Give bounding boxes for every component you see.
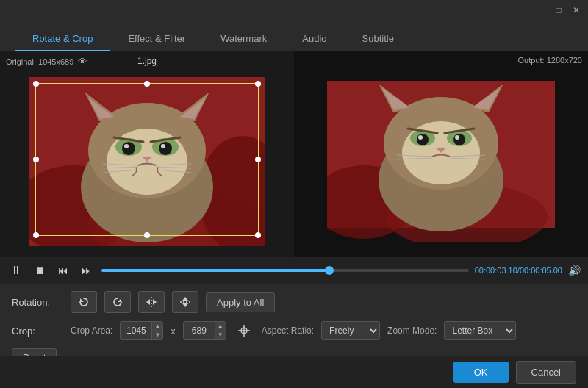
output-image bbox=[327, 66, 555, 242]
stop-button[interactable]: ⏹ bbox=[31, 262, 49, 279]
center-crop-button[interactable] bbox=[234, 320, 254, 341]
aspect-ratio-label: Aspect Ratio: bbox=[262, 326, 314, 336]
flip-vertical-button[interactable] bbox=[172, 291, 198, 313]
svg-point-42 bbox=[455, 135, 459, 140]
svg-marker-57 bbox=[182, 303, 188, 307]
aspect-ratio-select[interactable]: Freely 16:9 4:3 1:1 9:16 bbox=[321, 321, 380, 340]
original-label: Original: 1045x689 bbox=[6, 57, 74, 66]
tab-bar: Rotate & Crop Effect & Filter Watermark … bbox=[0, 21, 588, 51]
tab-subtitle[interactable]: Subtitle bbox=[345, 27, 412, 51]
svg-point-13 bbox=[122, 142, 135, 155]
original-info: Original: 1045x689 👁 bbox=[6, 56, 87, 67]
source-image bbox=[29, 77, 265, 246]
apply-to-all-button[interactable]: Apply to All bbox=[206, 292, 275, 312]
svg-marker-50 bbox=[80, 298, 84, 302]
svg-point-14 bbox=[159, 142, 172, 155]
total-time: 00:00:05.00 bbox=[520, 266, 562, 275]
rotation-label: Rotation: bbox=[12, 297, 63, 308]
dimension-separator: x bbox=[171, 326, 176, 337]
tab-effect-filter[interactable]: Effect & Filter bbox=[110, 27, 203, 51]
preview-left: Original: 1045x689 👁 1.jpg bbox=[0, 51, 294, 257]
crop-width-decrement[interactable]: ▼ bbox=[151, 331, 162, 340]
crop-width-input-group: ▲ ▼ bbox=[120, 321, 163, 340]
play-button[interactable]: ⏸ bbox=[7, 262, 25, 279]
rotate-left-button[interactable] bbox=[71, 291, 97, 313]
crop-container bbox=[29, 77, 265, 246]
flip-horizontal-button[interactable] bbox=[138, 291, 165, 313]
svg-point-39 bbox=[417, 134, 429, 146]
svg-point-16 bbox=[161, 144, 165, 148]
progress-fill bbox=[101, 269, 329, 272]
preview-right: Output: 1280x720 bbox=[294, 51, 588, 257]
svg-point-40 bbox=[453, 134, 465, 146]
crop-height-input-group: ▲ ▼ bbox=[183, 321, 226, 340]
tab-watermark[interactable]: Watermark bbox=[203, 27, 284, 51]
svg-point-15 bbox=[124, 144, 129, 148]
svg-marker-56 bbox=[182, 297, 188, 301]
crop-width-increment[interactable]: ▲ bbox=[151, 322, 162, 331]
output-info: Output: 1280x720 bbox=[518, 56, 582, 65]
crop-label: Crop: bbox=[12, 326, 63, 337]
rotation-row: Rotation: bbox=[12, 291, 576, 313]
crop-area-label: Crop Area: bbox=[71, 326, 112, 336]
tab-rotate-crop[interactable]: Rotate & Crop bbox=[15, 27, 110, 51]
current-time: 00:00:03.10 bbox=[475, 266, 517, 275]
rotate-right-button[interactable] bbox=[104, 291, 131, 313]
crop-height-increment[interactable]: ▲ bbox=[215, 322, 226, 331]
preview-filename: 1.jpg bbox=[137, 56, 157, 66]
progress-track[interactable] bbox=[101, 269, 469, 272]
cancel-button[interactable]: Cancel bbox=[516, 361, 576, 384]
zoom-mode-select[interactable]: Letter Box Pan & Scan Full bbox=[444, 321, 516, 340]
svg-marker-54 bbox=[153, 299, 157, 305]
svg-point-41 bbox=[418, 135, 423, 140]
next-frame-button[interactable]: ⏭ bbox=[78, 262, 96, 279]
zoom-mode-label: Zoom Mode: bbox=[387, 326, 437, 336]
crop-width-spinners: ▲ ▼ bbox=[151, 322, 162, 340]
eye-icon[interactable]: 👁 bbox=[78, 56, 87, 67]
tab-audio[interactable]: Audio bbox=[284, 27, 344, 51]
crop-height-spinners: ▲ ▼ bbox=[215, 322, 226, 340]
time-display: 00:00:03.10/00:00:05.00 bbox=[475, 266, 562, 275]
playback-bar: ⏸ ⏹ ⏮ ⏭ 00:00:03.10/00:00:05.00 🔊 bbox=[0, 257, 588, 284]
preview-area: Original: 1045x689 👁 1.jpg bbox=[0, 51, 588, 257]
footer: OK Cancel bbox=[0, 356, 588, 388]
svg-marker-51 bbox=[118, 298, 121, 302]
ok-button[interactable]: OK bbox=[453, 362, 509, 383]
crop-height-decrement[interactable]: ▼ bbox=[215, 331, 226, 340]
title-bar: □ ✕ bbox=[0, 0, 588, 21]
crop-width-input[interactable] bbox=[121, 326, 151, 336]
progress-thumb[interactable] bbox=[325, 266, 334, 275]
svg-marker-53 bbox=[146, 299, 150, 305]
volume-icon[interactable]: 🔊 bbox=[568, 265, 581, 276]
prev-frame-button[interactable]: ⏮ bbox=[54, 262, 72, 279]
close-button[interactable]: ✕ bbox=[570, 4, 582, 16]
crop-height-input[interactable] bbox=[184, 326, 215, 336]
minimize-button[interactable]: □ bbox=[553, 4, 564, 16]
crop-row: Crop: Crop Area: ▲ ▼ x ▲ ▼ bbox=[12, 320, 576, 341]
